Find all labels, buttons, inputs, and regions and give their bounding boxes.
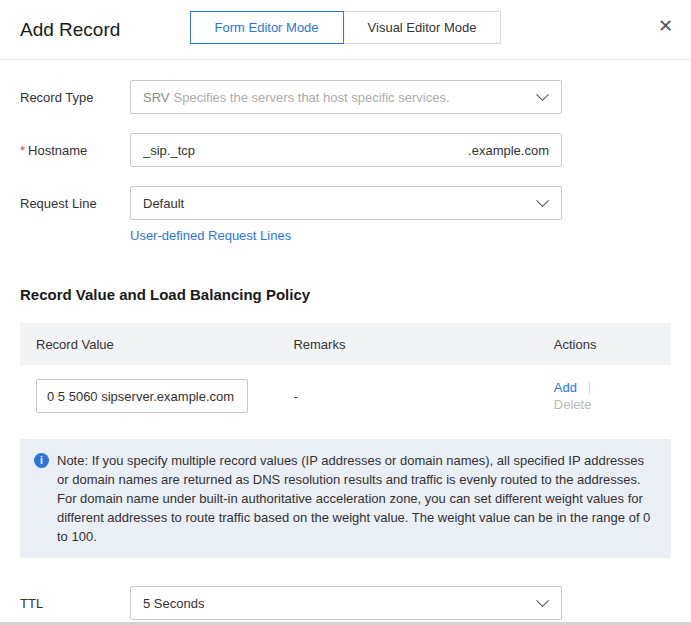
remarks-value: -: [293, 389, 297, 404]
tab-visual-editor-mode[interactable]: Visual Editor Mode: [343, 11, 502, 44]
delete-record-value-link[interactable]: Delete: [554, 397, 592, 412]
chevron-down-icon: [536, 88, 549, 101]
request-line-selected-value: Default: [143, 196, 184, 211]
user-defined-request-lines-link[interactable]: User-defined Request Lines: [130, 228, 291, 243]
column-header-actions: Actions: [554, 337, 671, 352]
hostname-input[interactable]: [143, 143, 468, 158]
add-record-dialog: Add Record Form Editor Mode Visual Edito…: [0, 0, 691, 620]
column-header-record-value: Record Value: [20, 337, 293, 352]
hostname-label: *Hostname: [20, 143, 130, 158]
request-line-row: Request Line Default: [20, 186, 671, 220]
request-line-label: Request Line: [20, 196, 130, 211]
ttl-row: TTL 5 Seconds: [20, 586, 671, 620]
actions-divider: [589, 382, 590, 394]
record-type-selected-value: SRVSpecifies the servers that host speci…: [143, 90, 450, 105]
ttl-select[interactable]: 5 Seconds: [130, 586, 562, 620]
hostname-field: .example.com: [130, 133, 562, 167]
record-value-table: Record Value Remarks Actions - Add: [20, 323, 671, 427]
dialog-header: Add Record Form Editor Mode Visual Edito…: [0, 0, 691, 60]
close-icon: ✕: [658, 16, 673, 36]
table-row: - Add Delete: [20, 365, 671, 427]
record-type-select[interactable]: SRVSpecifies the servers that host speci…: [130, 80, 562, 114]
chevron-down-icon: [536, 194, 549, 207]
record-type-row: Record Type SRVSpecifies the servers tha…: [20, 80, 671, 114]
tab-form-editor-mode[interactable]: Form Editor Mode: [190, 11, 344, 44]
request-line-link-row: User-defined Request Lines: [20, 226, 671, 244]
dialog-body: Record Type SRVSpecifies the servers tha…: [0, 60, 691, 620]
ttl-selected-value: 5 Seconds: [143, 596, 204, 611]
request-line-select[interactable]: Default: [130, 186, 562, 220]
row-actions: Add Delete: [554, 379, 671, 413]
hostname-domain-suffix: .example.com: [468, 143, 549, 158]
editor-mode-tabs: Form Editor Mode Visual Editor Mode: [190, 11, 502, 44]
note-box: i Note: If you specify multiple record v…: [20, 439, 671, 558]
page-title: Add Record: [20, 19, 120, 41]
add-record-value-link[interactable]: Add: [554, 379, 577, 396]
info-icon: i: [34, 453, 49, 468]
record-value-input[interactable]: [36, 379, 248, 413]
note-text: Note: If you specify multiple record val…: [57, 451, 653, 546]
required-mark: *: [20, 143, 25, 158]
table-header-row: Record Value Remarks Actions: [20, 323, 671, 365]
record-type-label: Record Type: [20, 90, 130, 105]
close-button[interactable]: ✕: [658, 17, 673, 35]
ttl-label: TTL: [20, 596, 130, 611]
section-title-record-value: Record Value and Load Balancing Policy: [20, 286, 671, 303]
hostname-row: *Hostname .example.com: [20, 133, 671, 167]
chevron-down-icon: [536, 594, 549, 607]
column-header-remarks: Remarks: [293, 337, 553, 352]
